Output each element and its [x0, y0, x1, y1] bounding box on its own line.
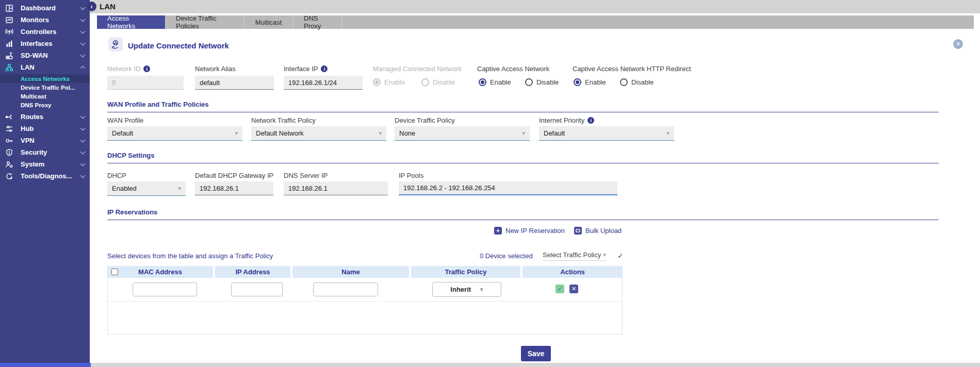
radio-icon [421, 78, 429, 86]
sidebar-item-vpn[interactable]: VPN [0, 135, 90, 146]
device-selected-count: 0 Device selected [480, 252, 533, 260]
sidebar: Dashboard Monitors Controllers Interface… [0, 0, 90, 363]
sidebar-subitem-multicast[interactable]: Multicast [0, 92, 90, 101]
dns-server-input[interactable] [284, 181, 388, 195]
row-traffic-policy-dropdown[interactable]: Inherit▾ [432, 282, 501, 297]
bulk-upload-button[interactable]: Bulk Upload [574, 227, 622, 235]
wan-profile-dropdown[interactable]: Default▾ [107, 126, 242, 141]
ip-reservations-title: IP Reservations [107, 208, 157, 216]
interfaces-icon [5, 40, 21, 48]
chevron-down-icon: ▾ [379, 130, 382, 137]
dhcp-section-header: DHCP Settings [107, 151, 939, 163]
top-header-bar [90, 0, 980, 13]
mac-address-input[interactable] [133, 282, 197, 296]
radio-selected-icon [373, 78, 381, 86]
close-panel-button[interactable]: ✕ [953, 39, 963, 49]
chevron-down-icon: ▾ [235, 130, 238, 137]
sidebar-item-label: Hub [21, 125, 81, 132]
tab-dns-proxy[interactable]: DNS Proxy [293, 15, 342, 29]
x-icon: ✕ [571, 286, 576, 292]
interface-ip-input[interactable] [284, 76, 363, 90]
sidebar-item-monitors[interactable]: Monitors [0, 14, 90, 26]
table-header-actions: Actions [522, 266, 623, 278]
internet-priority-dropdown[interactable]: Default▾ [539, 126, 674, 141]
security-shield-icon [5, 148, 21, 157]
info-icon[interactable]: i [321, 65, 328, 72]
chevron-down-icon: ▾ [178, 185, 181, 192]
chevron-down-icon: ▾ [522, 130, 525, 137]
sidebar-item-tools-diagnostics[interactable]: Tools/Diagnos... [0, 170, 90, 182]
horizontal-scrollbar-thumb[interactable] [0, 363, 91, 367]
dhcp-gateway-input[interactable] [195, 181, 273, 195]
page-title: LAN [100, 2, 116, 11]
chevron-down-icon [80, 113, 86, 119]
collapse-sidebar-button[interactable]: ‹ [87, 2, 96, 11]
sidebar-item-dashboard[interactable]: Dashboard [0, 2, 90, 14]
sidebar-subitem-access-networks[interactable]: Access Networks [0, 74, 90, 83]
dhcp-dropdown[interactable]: Enabled▾ [107, 181, 186, 196]
chevron-down-icon [80, 52, 86, 57]
tab-access-networks[interactable]: Access Networks [97, 15, 166, 29]
routes-icon [5, 113, 21, 121]
new-ip-reservation-button[interactable]: + New IP Reservation [494, 227, 565, 235]
info-icon[interactable]: i [143, 65, 150, 72]
dhcp-label: DHCP [107, 172, 126, 179]
ip-address-input[interactable] [231, 282, 283, 296]
table-header-ip: IP Address [215, 266, 290, 278]
table-row-divider [107, 301, 623, 302]
dhcp-section-title: DHCP Settings [107, 152, 155, 159]
sidebar-item-hub[interactable]: Hub [0, 123, 90, 135]
sidebar-item-label: Interfaces [21, 40, 81, 47]
sidebar-item-system[interactable]: System [0, 158, 90, 170]
sidebar-subitem-device-traffic-policies[interactable]: Device Traffic Pol... [0, 83, 90, 92]
sidebar-item-sdwan[interactable]: SD-WAN [0, 49, 90, 61]
captive-enable-radio[interactable]: Enable [479, 78, 511, 86]
device-traffic-policy-dropdown[interactable]: None▾ [395, 126, 530, 141]
managed-enable-radio: Enable [373, 78, 405, 86]
device-name-input[interactable] [313, 282, 378, 296]
redirect-disable-radio[interactable]: Disable [620, 78, 654, 86]
chevron-down-icon [80, 5, 86, 10]
sidebar-item-routes[interactable]: Routes [0, 111, 90, 123]
horizontal-scrollbar-track[interactable] [0, 363, 980, 367]
ip-pools-input[interactable] [399, 181, 617, 195]
network-traffic-policy-dropdown[interactable]: Default Network▾ [251, 126, 386, 141]
sidebar-item-label: Security [21, 148, 81, 156]
info-icon[interactable]: i [587, 117, 594, 124]
tab-device-traffic-policies[interactable]: Device Traffic Policies [166, 15, 244, 29]
sidebar-subitem-dns-proxy[interactable]: DNS Proxy [0, 101, 90, 109]
tab-multicast[interactable]: Multicast [244, 15, 293, 29]
row-delete-button[interactable]: ✕ [569, 285, 578, 293]
chevron-down-icon [80, 28, 86, 34]
redirect-enable-radio[interactable]: Enable [574, 78, 606, 86]
network-alias-input[interactable] [195, 76, 274, 90]
table-header-traffic-policy: Traffic Policy [411, 266, 520, 278]
save-button[interactable]: Save [521, 346, 551, 361]
wan-section-title: WAN Profile and Traffic Policies [107, 101, 209, 108]
captive-access-network-label: Captive Access Network [477, 65, 549, 73]
chevron-left-icon: ‹ [91, 3, 93, 10]
system-user-gear-icon [5, 160, 21, 169]
captive-disable-radio[interactable]: Disable [525, 78, 559, 86]
wan-section-header: WAN Profile and Traffic Policies [107, 99, 939, 112]
select-traffic-policy-dropdown[interactable]: Select Traffic Policy▾ [543, 251, 606, 261]
network-id-input[interactable] [107, 76, 184, 90]
chevron-down-icon [80, 137, 86, 142]
ip-reservations-section-header: IP Reservations [107, 207, 939, 220]
select-all-checkbox[interactable] [111, 269, 118, 275]
sidebar-item-interfaces[interactable]: Interfaces [0, 38, 90, 49]
lan-submenu: Access Networks Device Traffic Pol... Mu… [0, 73, 90, 111]
hub-sliders-icon [5, 125, 21, 133]
sidebar-item-label: SD-WAN [21, 52, 81, 59]
wan-profile-label: WAN Profile [107, 116, 143, 124]
row-confirm-button[interactable]: ✓ [556, 285, 564, 293]
sidebar-item-lan[interactable]: LAN [0, 61, 90, 73]
sidebar-item-label: Monitors [21, 16, 81, 24]
apply-policy-check-icon[interactable]: ✓ [617, 252, 624, 260]
tab-bar: Access Networks Device Traffic Policies … [97, 15, 974, 29]
chevron-down-icon [80, 125, 86, 130]
sidebar-item-controllers[interactable]: Controllers [0, 26, 90, 38]
app-window: Dashboard Monitors Controllers Interface… [0, 0, 980, 367]
chevron-down-icon [80, 149, 86, 154]
sidebar-item-security[interactable]: Security [0, 146, 90, 158]
